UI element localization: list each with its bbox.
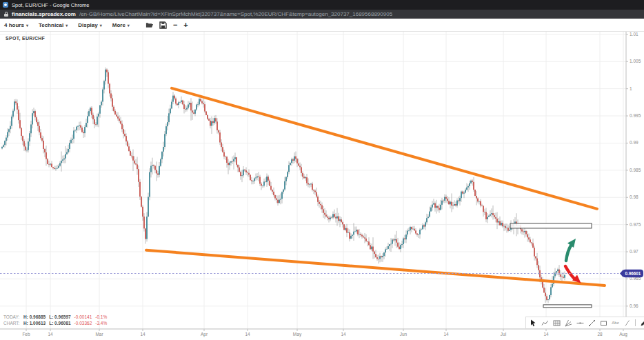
today-change: -0.00141 <box>74 314 92 319</box>
menu-technical-label: Technical <box>39 22 63 28</box>
x-axis-label: Feb <box>22 332 30 337</box>
x-axis-label: May <box>293 332 302 337</box>
current-price-badge-label: 0.96601 <box>625 271 641 276</box>
fibonacci-grid-tool-icon[interactable] <box>553 319 561 327</box>
legend-row-today: TODAY:H: 0.96885L: 0.96597-0.00141-0.1% <box>3 314 110 320</box>
symbol-label: SPOT, EUR/CHF <box>6 36 45 41</box>
cursor-tool-icon[interactable] <box>530 319 537 327</box>
drawing-toolbar: Abc × <box>525 317 644 329</box>
chevron-down-icon: ▾ <box>100 23 102 28</box>
menu-technical[interactable]: Technical ▾ <box>39 22 68 28</box>
open-folder-icon[interactable] <box>145 21 153 29</box>
menu-display[interactable]: Display ▾ <box>78 22 101 28</box>
x-axis-label: Jul <box>501 332 507 337</box>
x-axis-label: Jun <box>400 332 407 337</box>
y-axis-label: 0.97 <box>630 249 638 254</box>
x-axis-label: Aug <box>619 332 627 337</box>
address-bar[interactable]: financials.spreadex.com/en-GB/Home/LiveC… <box>0 10 644 19</box>
chart-menubar: 4 hours ▾ Technical ▾ Display ▾ More ▾ −… <box>0 19 644 32</box>
ray-tool-icon[interactable] <box>623 319 631 327</box>
x-axis-label: 14 <box>341 332 346 337</box>
y-axis-label: 1 <box>630 86 632 91</box>
y-axis-label: 0.975 <box>630 222 641 227</box>
window-title: Spot, EUR/CHF - Google Chrome <box>12 2 90 8</box>
x-axis-label: 14 <box>245 332 250 337</box>
today-low: L: 0.96597 <box>49 314 70 319</box>
zoom-in-button[interactable]: + <box>183 21 188 28</box>
horizontal-line-tool-icon[interactable] <box>576 319 584 327</box>
y-axis-label: 1.005 <box>630 59 641 63</box>
y-axis-label: 0.985 <box>630 168 641 172</box>
y-axis-label: 0.995 <box>630 113 641 118</box>
url-path: /en-GB/Home/LiveChartMain?id=XFinSprMchM… <box>79 11 392 17</box>
axes: 1.011.00510.9950.990.9850.980.9750.970.9… <box>0 31 644 337</box>
today-high: H: 0.96885 <box>23 314 46 319</box>
chart-high: H: 1.00613 <box>23 321 46 326</box>
y-axis-label: 0.96 <box>630 303 638 308</box>
edit-pencil-icon[interactable] <box>640 319 644 327</box>
today-change-pct: -0.1% <box>95 314 107 319</box>
arrow-down-annotation[interactable] <box>565 266 574 279</box>
toolbar-divider <box>635 319 636 326</box>
chart-change: -0.03362 <box>74 321 92 326</box>
x-axis-label: 28 <box>597 332 603 337</box>
legend-row-chart: CHART:H: 1.00613L: 0.96081-0.03362-3.4% <box>3 320 110 326</box>
candlesticks <box>1 68 565 303</box>
trend-fan-tool-icon[interactable] <box>565 319 572 327</box>
menu-more-label: More <box>112 22 125 28</box>
menu-more[interactable]: More ▾ <box>112 22 130 28</box>
chart-legend: TODAY:H: 0.96885L: 0.96597-0.00141-0.1% … <box>3 314 110 326</box>
lock-icon[interactable] <box>4 12 8 17</box>
chevron-down-icon: ▾ <box>128 23 130 28</box>
y-axis-label: 0.98 <box>630 194 638 199</box>
chevron-down-icon: ▾ <box>66 23 68 28</box>
rectangle-tool-icon[interactable] <box>600 319 607 327</box>
chrome-icon <box>3 2 8 8</box>
url-domain: financials.spreadex.com <box>12 11 76 17</box>
y-axis-label: 0.99 <box>630 140 638 145</box>
save-icon[interactable] <box>159 21 167 29</box>
gridlines <box>0 31 626 329</box>
trend-line-tool-icon[interactable] <box>588 319 596 327</box>
x-axis-label: 14 <box>443 332 449 337</box>
current-price-line: 0.96601 <box>0 270 643 278</box>
chart-change-pct: -3.4% <box>95 321 107 326</box>
menu-timeframe-label: 4 hours <box>4 22 24 28</box>
zoom-out-button[interactable]: − <box>173 21 177 28</box>
legend-label: TODAY: <box>3 314 23 320</box>
menu-display-label: Display <box>78 22 97 28</box>
x-axis-label: 14 <box>48 332 53 337</box>
legend-label: CHART: <box>3 320 23 326</box>
polyline-tool-icon[interactable] <box>541 319 549 327</box>
menu-timeframe[interactable]: 4 hours ▾ <box>4 22 28 28</box>
price-zone-rectangle[interactable] <box>510 223 592 228</box>
y-axis-label: 1.01 <box>630 32 638 37</box>
chevron-down-icon: ▾ <box>26 23 28 28</box>
chart-canvas[interactable]: 1.011.00510.9950.990.9850.980.9750.970.9… <box>0 0 644 340</box>
browser-title-bar: Spot, EUR/CHF - Google Chrome <box>0 0 644 10</box>
chart-low: L: 0.96081 <box>49 321 70 326</box>
x-axis-label: 14 <box>543 332 549 337</box>
x-axis-label: Apr <box>201 332 208 337</box>
trend-line-annotation[interactable] <box>172 88 597 209</box>
x-axis-label: 14 <box>140 332 145 337</box>
arrow-up-annotation[interactable] <box>566 246 571 261</box>
price-zone-rectangle[interactable] <box>543 305 592 308</box>
x-axis-label: Mar <box>95 332 103 337</box>
text-tool-icon[interactable]: Abc <box>612 319 619 327</box>
